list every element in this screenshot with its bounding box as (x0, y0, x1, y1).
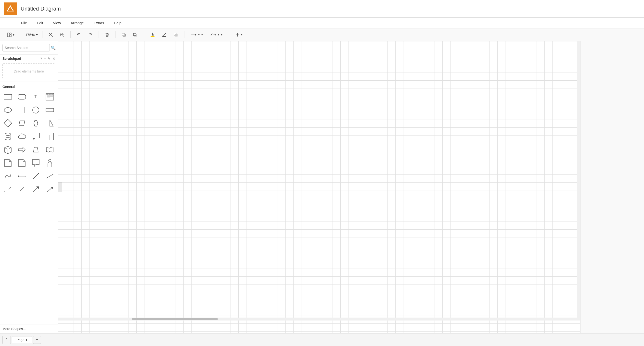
horizontal-scrollbar[interactable] (58, 318, 580, 321)
line-color-button[interactable] (160, 31, 169, 38)
view-toggle-button[interactable]: ▼ (5, 31, 17, 38)
scratchpad-help-icon[interactable]: ? (40, 57, 42, 60)
waypoint-button[interactable]: ▼ ▼ (208, 31, 225, 38)
shape-arrow-ne[interactable] (30, 183, 42, 196)
scrollbar-thumb-h[interactable] (132, 318, 218, 320)
menu-view[interactable]: View (52, 20, 62, 26)
to-back-button[interactable] (131, 31, 140, 38)
shapes-grid-row-5 (2, 144, 56, 156)
shape-wave[interactable] (43, 144, 56, 156)
separator-3 (70, 31, 71, 38)
svg-line-18 (162, 33, 166, 36)
svg-rect-27 (18, 94, 26, 99)
shape-text[interactable]: T (30, 91, 42, 103)
shape-arrow-ne2[interactable] (43, 183, 56, 196)
shape-cube[interactable] (2, 144, 14, 156)
shape-table[interactable] (43, 130, 56, 143)
svg-line-6 (52, 35, 53, 37)
shape-diamond[interactable] (2, 117, 14, 129)
shape-callout[interactable] (30, 130, 42, 143)
svg-marker-41 (50, 120, 53, 126)
shape-short-line[interactable] (16, 183, 28, 196)
shape-page-fold[interactable] (16, 157, 28, 169)
scratchpad-edit-icon[interactable]: ✎ (48, 57, 50, 60)
separator-6 (144, 31, 144, 38)
shape-small-rect[interactable] (43, 104, 56, 116)
svg-marker-58 (18, 147, 25, 152)
svg-line-56 (8, 148, 11, 149)
undo-button[interactable] (74, 31, 84, 38)
shape-rounded-rectangle[interactable] (16, 91, 28, 103)
svg-marker-40 (34, 120, 38, 126)
shapes-grid-row-3 (2, 117, 56, 129)
svg-rect-0 (7, 33, 9, 37)
svg-line-72 (47, 187, 52, 192)
menu-help[interactable]: Help (112, 20, 123, 26)
connection-button[interactable]: ▼ ▼ (188, 31, 206, 38)
to-front-button[interactable] (120, 31, 128, 38)
shape-curve[interactable] (2, 170, 14, 182)
menu-arrange[interactable]: Arrange (69, 20, 85, 26)
search-box: 🔍 (0, 41, 58, 55)
shape-page[interactable] (2, 157, 14, 169)
shapes-grid-row-4 (2, 130, 56, 143)
page-menu-button[interactable]: ⋮ (2, 336, 11, 344)
search-input[interactable] (2, 44, 50, 51)
redo-button[interactable] (86, 31, 95, 38)
shape-trapezoid[interactable] (30, 144, 42, 156)
sidebar-collapse-handle[interactable]: ⋮ (58, 182, 62, 192)
zoom-out-button[interactable] (58, 31, 66, 38)
menu-extras[interactable]: Extras (92, 20, 106, 26)
separator-7 (184, 31, 184, 38)
shape-square[interactable] (16, 104, 28, 116)
fill-color-button[interactable] (148, 31, 157, 38)
svg-rect-17 (150, 36, 154, 37)
shapes-grid-row-7 (2, 170, 56, 182)
shape-cylinder[interactable] (2, 130, 14, 143)
shape-note[interactable]: Heading (43, 91, 56, 103)
shapes-grid-row-1: T Heading (2, 91, 56, 103)
shapes-section: General T Hea (0, 82, 58, 324)
insert-button[interactable]: ▼ (233, 31, 245, 38)
shape-circle[interactable] (30, 104, 42, 116)
shadow-button[interactable] (172, 31, 180, 38)
shape-ellipse[interactable] (2, 104, 14, 116)
shape-hexagon[interactable] (30, 117, 42, 129)
svg-rect-2 (10, 35, 11, 37)
scratchpad-add-icon[interactable]: + (44, 57, 46, 60)
shape-line[interactable] (43, 170, 56, 182)
more-shapes-button[interactable]: More Shapes... (0, 324, 58, 333)
vertical-scrollbar[interactable] (577, 41, 580, 321)
menu-file[interactable]: File (20, 20, 28, 26)
svg-line-55 (4, 148, 8, 149)
svg-point-60 (48, 159, 51, 162)
canvas-area[interactable]: ⋮ (58, 41, 580, 333)
shape-diagonal-arrow[interactable] (30, 170, 42, 182)
delete-button[interactable] (103, 31, 112, 38)
menubar: File Edit View Arrange Extras Help (0, 18, 644, 28)
svg-text:Heading: Heading (46, 93, 53, 95)
svg-marker-64 (25, 175, 26, 177)
shape-rectangle[interactable] (2, 91, 14, 103)
svg-line-65 (33, 173, 39, 179)
page-tab[interactable]: Page-1 (12, 336, 32, 343)
separator-5 (116, 31, 116, 38)
shape-person[interactable] (43, 157, 56, 169)
shape-bidirectional-arrow[interactable] (16, 170, 28, 182)
zoom-value: 175% (25, 32, 34, 37)
search-button[interactable]: 🔍 (51, 45, 56, 50)
scratchpad-drop-zone: Drag elements here (2, 63, 55, 79)
shape-parallelogram[interactable] (16, 117, 28, 129)
shape-dotted-line[interactable] (2, 183, 14, 196)
general-section-label: General (2, 84, 56, 91)
scratchpad-close-icon[interactable]: ✕ (52, 57, 55, 60)
zoom-in-button[interactable] (46, 31, 55, 38)
add-page-button[interactable]: + (33, 336, 41, 344)
shape-speech-bubble[interactable] (30, 157, 42, 169)
menu-edit[interactable]: Edit (35, 20, 45, 26)
shape-triangle[interactable] (43, 117, 56, 129)
right-panel (580, 41, 644, 333)
shape-cloud[interactable] (16, 130, 28, 143)
bottom-bar: ⋮ Page-1 + (0, 333, 644, 346)
shape-arrow-right[interactable] (16, 144, 28, 156)
